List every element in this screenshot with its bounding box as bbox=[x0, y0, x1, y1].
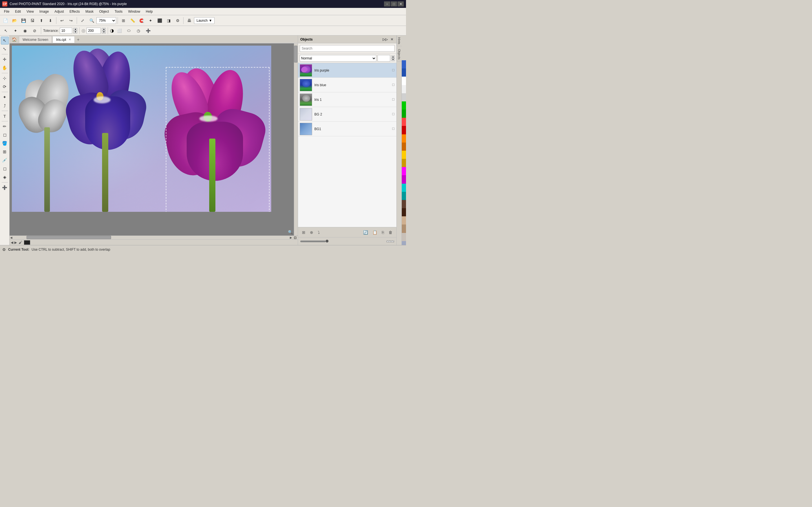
tool-object-transform[interactable]: ✛ bbox=[1, 55, 9, 63]
layer-item-bg-1[interactable]: BG1 ☐ bbox=[298, 122, 396, 136]
zoom-fit-button[interactable]: ⊡ bbox=[294, 236, 297, 240]
tool-smart-selection[interactable]: ✦ bbox=[1, 93, 9, 101]
layer-item-iris-purple[interactable]: Iris purple ☐ bbox=[298, 63, 396, 78]
menu-view[interactable]: View bbox=[24, 9, 37, 14]
canvas-view[interactable]: 🔍 bbox=[10, 43, 294, 235]
menu-tools[interactable]: Tools bbox=[112, 9, 125, 14]
layer-item-iris-blue[interactable]: Iris blue ☐ bbox=[298, 78, 396, 93]
layer-visibility-icon-iris-purple[interactable]: ☐ bbox=[392, 68, 395, 72]
grid-button[interactable]: ⊞ bbox=[119, 17, 128, 24]
horizontal-scrollbar[interactable]: ◀ ▶ ⊡ bbox=[10, 235, 298, 239]
opacity-input[interactable]: 100 bbox=[377, 55, 390, 62]
merge-objects-button[interactable]: ⤵ bbox=[316, 230, 321, 235]
layer-visibility-icon-iris-1[interactable]: ☐ bbox=[392, 98, 395, 101]
horizontal-scroll-thumb[interactable] bbox=[27, 236, 111, 239]
color-swatch-brown[interactable] bbox=[402, 200, 406, 208]
color-swatch-magenta-dark[interactable] bbox=[402, 175, 406, 183]
launch-button[interactable]: Launch ▼ bbox=[194, 17, 214, 24]
color-swatch-gray[interactable] bbox=[402, 93, 406, 101]
objects-vertical-tab[interactable]: Objects bbox=[397, 47, 402, 61]
menu-help[interactable]: Help bbox=[143, 9, 156, 14]
color-swatch-white[interactable] bbox=[402, 76, 406, 85]
settings-button[interactable]: ⚙ bbox=[173, 17, 182, 24]
tool-eyedropper[interactable]: 💉 bbox=[1, 156, 9, 164]
color-swatch-light-gray[interactable] bbox=[402, 85, 406, 93]
color-swatch-red[interactable] bbox=[402, 126, 406, 134]
vertical-scroll-thumb[interactable] bbox=[294, 46, 297, 62]
delete-object-button[interactable]: 🗑 bbox=[387, 230, 394, 235]
magic-wand-icon[interactable]: ✦ bbox=[11, 27, 20, 35]
copy-object-button[interactable]: ⎘ bbox=[380, 230, 386, 235]
tool-lasso[interactable]: ⤴ bbox=[1, 102, 9, 110]
close-button[interactable]: ✕ bbox=[398, 1, 404, 6]
prev-tool-arrow[interactable]: ◀ bbox=[11, 240, 13, 244]
feather-down[interactable]: ▼ bbox=[102, 31, 106, 34]
new-button[interactable]: 📄 bbox=[1, 17, 10, 24]
blend-mode-dropdown[interactable]: Normal bbox=[300, 55, 376, 62]
menu-adjust[interactable]: Adjust bbox=[52, 9, 66, 14]
add-tool-button[interactable]: ➕ bbox=[144, 27, 152, 35]
snap-button[interactable]: 🧲 bbox=[137, 17, 146, 24]
color-swatch-green[interactable] bbox=[402, 101, 406, 110]
open-button[interactable]: 📂 bbox=[10, 17, 18, 24]
view-options-button[interactable]: ◨ bbox=[164, 17, 173, 24]
tool-clone[interactable]: ◈ bbox=[1, 173, 9, 181]
color-swatch-silver[interactable] bbox=[402, 233, 406, 241]
foreground-color-swatch[interactable] bbox=[24, 240, 30, 245]
menu-effects[interactable]: Effects bbox=[67, 9, 83, 14]
color-swatch-red-light[interactable] bbox=[402, 118, 406, 126]
vertical-scrollbar[interactable] bbox=[294, 43, 298, 235]
menu-object[interactable]: Object bbox=[96, 9, 112, 14]
menu-image[interactable]: Image bbox=[37, 9, 52, 14]
maximize-button[interactable]: □ bbox=[391, 1, 397, 6]
tool-straighten[interactable]: ⟳ bbox=[1, 83, 9, 91]
tab-welcome[interactable]: Welcome Screen bbox=[19, 36, 52, 43]
opacity-down[interactable]: ▼ bbox=[391, 58, 395, 61]
color-swatch-blue-dark[interactable] bbox=[402, 60, 406, 68]
publish-button-icon[interactable]: 🖶 bbox=[185, 17, 193, 24]
eraser-icon[interactable]: ⊘ bbox=[31, 27, 39, 35]
color-swatch-cyan[interactable] bbox=[402, 184, 406, 192]
rulers-button[interactable]: 📏 bbox=[128, 17, 137, 24]
color-swatch-yellow-dark[interactable] bbox=[402, 159, 406, 167]
layer-visibility-icon-bg-2[interactable]: ☐ bbox=[392, 112, 395, 116]
object-properties-button[interactable]: 📋 bbox=[371, 230, 379, 235]
select-mode-ellipse[interactable]: ⬭ bbox=[124, 27, 133, 35]
scroll-left-arrow[interactable]: ◀ bbox=[10, 236, 13, 239]
import-button[interactable]: ⬇ bbox=[46, 17, 55, 24]
menu-file[interactable]: File bbox=[1, 9, 12, 14]
layer-item-iris-1[interactable]: Iris 1 ☐ bbox=[298, 93, 396, 107]
tolerance-up[interactable]: ▲ bbox=[73, 28, 77, 31]
panel-close-button[interactable]: ✕ bbox=[390, 38, 394, 41]
zoom-out-button[interactable]: 🔍 bbox=[87, 17, 96, 24]
select-mode-rect[interactable]: ⬜ bbox=[115, 27, 123, 35]
fit-page-button[interactable]: ⤢ bbox=[79, 17, 87, 24]
select-mode-custom[interactable]: ◷ bbox=[134, 27, 143, 35]
color-swatch-magenta[interactable] bbox=[402, 167, 406, 175]
select-arrow-tool[interactable]: ↖ bbox=[2, 27, 10, 35]
redo-button[interactable]: ↪ bbox=[67, 17, 75, 24]
tool-eraser[interactable]: ◻ bbox=[1, 165, 9, 173]
save-button[interactable]: 💾 bbox=[19, 17, 28, 24]
panel-forward-button[interactable]: ▷▷ bbox=[382, 38, 389, 41]
add-layer-button[interactable]: ⊕ bbox=[308, 230, 315, 235]
magnifier-button[interactable]: 🔍 bbox=[288, 230, 293, 234]
opacity-up[interactable]: ▲ bbox=[391, 55, 395, 58]
color-swatch-tan[interactable] bbox=[402, 216, 406, 224]
feather-up[interactable]: ▲ bbox=[102, 28, 106, 31]
feather-input[interactable] bbox=[87, 27, 101, 34]
menu-window[interactable]: Window bbox=[125, 9, 143, 14]
color-swatch-green-dark[interactable] bbox=[402, 110, 406, 118]
color-swatch-orange[interactable] bbox=[402, 134, 406, 143]
add-object-button[interactable]: ⊞ bbox=[300, 230, 307, 235]
objects-search-input[interactable] bbox=[300, 45, 395, 52]
tolerance-input[interactable] bbox=[60, 27, 72, 34]
home-icon[interactable]: 🏠 bbox=[11, 36, 18, 43]
color-swatch-blue-gray[interactable] bbox=[402, 241, 406, 245]
brush-tool-small[interactable]: 🖌 bbox=[18, 240, 22, 244]
tab-iris[interactable]: Iris.cpt ✕ bbox=[52, 36, 74, 43]
layer-visibility-icon-bg-1[interactable]: ☐ bbox=[392, 127, 395, 131]
opacity-slider-thumb[interactable] bbox=[326, 240, 328, 242]
layer-visibility-icon-iris-blue[interactable]: ☐ bbox=[392, 83, 395, 87]
paint-bucket-icon[interactable]: ◉ bbox=[21, 27, 29, 35]
